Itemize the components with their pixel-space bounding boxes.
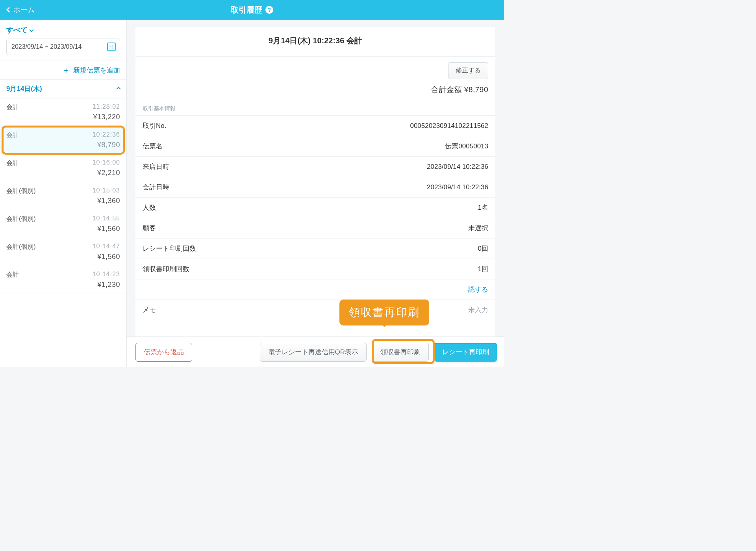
tx-time: 10:22:36 xyxy=(93,131,120,139)
confirm-link[interactable]: 認する xyxy=(468,285,488,294)
plus-icon: ＋ xyxy=(62,65,70,76)
tx-amount: ¥2,210 xyxy=(6,169,120,177)
info-value: 000520230914102211562 xyxy=(410,122,488,130)
info-row: 来店日時2023/09/14 10:22:36 xyxy=(135,156,495,177)
info-value: 2023/09/14 10:22:36 xyxy=(427,183,488,191)
tx-label: 会計 xyxy=(6,103,19,111)
info-value: 伝票00050013 xyxy=(445,142,488,151)
info-key: 伝票名 xyxy=(143,142,163,151)
info-row: 伝票名伝票00050013 xyxy=(135,136,495,156)
info-value: 2023/09/14 10:22:36 xyxy=(427,163,488,171)
memo-value: 未入力 xyxy=(468,305,488,314)
tx-label: 会計(個別) xyxy=(6,215,36,223)
filter-label: すべて xyxy=(6,25,28,35)
info-row: 領収書印刷回数1回 xyxy=(135,259,495,279)
tx-amount: ¥1,230 xyxy=(6,281,120,289)
info-row: 会計日時2023/09/14 10:22:36 xyxy=(135,177,495,197)
info-key: 顧客 xyxy=(143,224,156,233)
page-title-wrap: 取引履歴 ? xyxy=(231,5,273,15)
page-title: 取引履歴 xyxy=(231,5,262,15)
add-slip-button[interactable]: ＋ 新規伝票を追加 xyxy=(0,61,126,80)
tx-time: 11:28:02 xyxy=(93,103,120,111)
transaction-item[interactable]: 会計11:28:02¥13,220 xyxy=(0,98,126,126)
memo-label: メモ xyxy=(143,305,156,314)
info-value: 未選択 xyxy=(468,224,488,233)
bottom-action-bar: 伝票から返品 電子レシート再送信用QR表示 領収書再印刷 レシート再印刷 xyxy=(127,337,504,367)
info-key: 来店日時 xyxy=(143,162,169,171)
transaction-item[interactable]: 会計10:22:36¥8,790 xyxy=(0,126,126,154)
info-row: レシート印刷回数0回 xyxy=(135,238,495,259)
date-group-label: 9月14日(木) xyxy=(6,84,42,93)
qr-button[interactable]: 電子レシート再送信用QR表示 xyxy=(260,343,367,362)
tx-time: 10:16:00 xyxy=(93,159,120,167)
info-key: 領収書印刷回数 xyxy=(143,264,189,274)
tx-time: 10:14:23 xyxy=(93,271,120,279)
tx-amount: ¥1,360 xyxy=(6,197,120,205)
section-label: 取引基本情報 xyxy=(135,102,495,115)
transaction-item[interactable]: 会計10:14:23¥1,230 xyxy=(0,266,126,294)
back-button[interactable]: ホーム xyxy=(0,5,35,15)
chevron-up-icon xyxy=(116,87,120,91)
tx-label: 会計(個別) xyxy=(6,187,36,195)
tx-label: 会計 xyxy=(6,271,19,279)
info-key: 人数 xyxy=(143,203,156,212)
tx-time: 10:15:03 xyxy=(93,187,120,195)
memo-row: メモ 未入力 xyxy=(135,300,495,320)
transaction-detail: 9月14日(木) 10:22:36 会計 修正する 合計金額 ¥8,790 取引… xyxy=(135,27,495,367)
confirm-row: 認する xyxy=(135,279,495,300)
main-panel: 9月14日(木) 10:22:36 会計 修正する 合計金額 ¥8,790 取引… xyxy=(127,20,504,367)
info-key: 取引No. xyxy=(143,121,166,130)
transaction-item[interactable]: 会計(個別)10:14:55¥1,560 xyxy=(0,210,126,238)
tx-amount: ¥1,560 xyxy=(6,253,120,261)
back-label: ホーム xyxy=(13,5,35,15)
tx-amount: ¥13,220 xyxy=(6,113,120,121)
filter-dropdown[interactable]: すべて xyxy=(0,20,126,39)
date-range-value: 2023/09/14 ~ 2023/09/14 xyxy=(11,43,82,50)
total-amount: 合計金額 ¥8,790 xyxy=(135,83,495,102)
sidebar: すべて 2023/09/14 ~ 2023/09/14 ＋ 新規伝票を追加 9月… xyxy=(0,20,127,367)
info-row: 取引No.000520230914102211562 xyxy=(135,115,495,136)
tx-amount: ¥8,790 xyxy=(6,141,120,149)
chevron-down-icon xyxy=(29,28,33,32)
tx-label: 会計 xyxy=(6,131,19,139)
tx-label: 会計 xyxy=(6,159,19,167)
tx-amount: ¥1,560 xyxy=(6,225,120,233)
info-row: 顧客未選択 xyxy=(135,218,495,238)
tooltip-callout: 領収書再印刷 xyxy=(339,300,429,325)
receipt-reprint-button[interactable]: 領収書再印刷 xyxy=(372,343,429,362)
transaction-item[interactable]: 会計(個別)10:14:47¥1,560 xyxy=(0,238,126,266)
tx-time: 10:14:55 xyxy=(93,215,120,223)
tx-time: 10:14:47 xyxy=(93,243,120,251)
transaction-list: 会計11:28:02¥13,220会計10:22:36¥8,790会計10:16… xyxy=(0,98,126,367)
info-value: 0回 xyxy=(478,244,488,253)
info-row: 人数1名 xyxy=(135,197,495,218)
return-button[interactable]: 伝票から返品 xyxy=(135,343,192,362)
date-group-header[interactable]: 9月14日(木) xyxy=(0,80,126,98)
date-range-input[interactable]: 2023/09/14 ~ 2023/09/14 xyxy=(6,39,120,55)
chevron-left-icon xyxy=(6,7,12,13)
info-value: 1名 xyxy=(478,203,488,212)
calendar-icon xyxy=(107,43,116,51)
detail-title: 9月14日(木) 10:22:36 会計 xyxy=(135,27,495,57)
info-key: レシート印刷回数 xyxy=(143,244,196,253)
slip-reprint-button[interactable]: レシート再印刷 xyxy=(434,343,497,362)
selection-ring xyxy=(2,126,125,155)
add-slip-label: 新規伝票を追加 xyxy=(73,66,120,75)
help-icon[interactable]: ? xyxy=(265,6,273,14)
transaction-item[interactable]: 会計(個別)10:15:03¥1,360 xyxy=(0,182,126,210)
app-header: ホーム 取引履歴 ? xyxy=(0,0,504,20)
tx-label: 会計(個別) xyxy=(6,243,36,251)
edit-button[interactable]: 修正する xyxy=(448,62,488,79)
info-value: 1回 xyxy=(478,264,488,274)
transaction-item[interactable]: 会計10:16:00¥2,210 xyxy=(0,154,126,182)
info-key: 会計日時 xyxy=(143,183,169,192)
